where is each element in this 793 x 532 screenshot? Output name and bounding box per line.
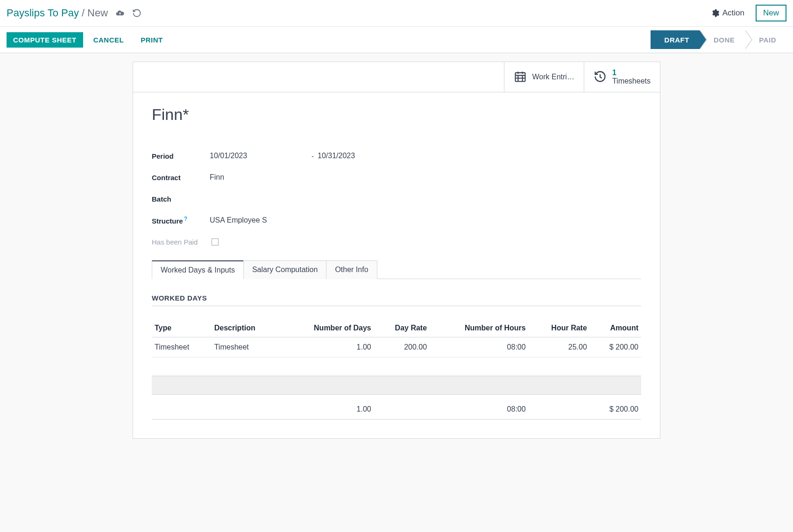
col-day-rate[interactable]: Day Rate — [374, 319, 430, 337]
total-days: 1.00 — [281, 395, 374, 420]
print-button[interactable]: PRINT — [134, 32, 170, 48]
cell-description: Timesheet — [212, 337, 281, 357]
compute-sheet-button[interactable]: COMPUTE SHEET — [7, 32, 83, 48]
col-amount[interactable]: Amount — [590, 319, 641, 337]
worked-days-table: Type Description Number of Days Day Rate… — [152, 319, 641, 420]
cancel-button[interactable]: CANCEL — [87, 32, 131, 48]
action-menu-label: Action — [722, 8, 744, 18]
worked-days-title: WORKED DAYS — [152, 294, 641, 306]
record-title[interactable]: Finn* — [152, 105, 641, 124]
batch-label: Batch — [152, 195, 210, 203]
topbar: Payslips To Pay / New Action New — [0, 0, 793, 27]
work-entries-stat[interactable]: Work Entri… — [504, 62, 584, 92]
cell-hour-rate: 25.00 — [529, 337, 590, 357]
contract-label: Contract — [152, 174, 210, 182]
action-bar: COMPUTE SHEET CANCEL PRINT DRAFT DONE PA… — [0, 27, 793, 53]
cell-type: Timesheet — [152, 337, 212, 357]
form-sheet: Work Entri… 1 Timesheets Finn* Period 10… — [133, 62, 660, 439]
has-paid-label: Has been Paid — [152, 238, 210, 246]
timesheets-count: 1 — [612, 69, 651, 77]
calendar-icon — [514, 70, 527, 84]
period-label: Period — [152, 152, 210, 160]
svg-rect-0 — [515, 72, 525, 81]
tab-worked-days[interactable]: Worked Days & Inputs — [152, 260, 244, 279]
cell-day-rate: 200.00 — [374, 337, 430, 357]
col-description[interactable]: Description — [212, 319, 281, 337]
cell-hours: 08:00 — [430, 337, 529, 357]
col-type[interactable]: Type — [152, 319, 212, 337]
new-button[interactable]: New — [756, 5, 786, 21]
breadcrumb-current: New — [87, 7, 108, 19]
has-paid-checkbox[interactable] — [212, 238, 219, 245]
col-hour-rate[interactable]: Hour Rate — [529, 319, 590, 337]
help-icon[interactable]: ? — [184, 216, 187, 222]
empty-row — [152, 376, 641, 395]
totals-row: 1.00 08:00 $ 200.00 — [152, 395, 641, 420]
col-days[interactable]: Number of Days — [281, 319, 374, 337]
contract-value[interactable]: Finn — [210, 173, 224, 182]
tab-content: WORKED DAYS Type Description Number of D… — [133, 279, 660, 438]
table-row[interactable]: Timesheet Timesheet 1.00 200.00 08:00 25… — [152, 337, 641, 357]
structure-value[interactable]: USA Employee S — [210, 216, 267, 224]
action-menu[interactable]: Action — [706, 7, 749, 20]
total-amount: $ 200.00 — [590, 395, 641, 420]
cell-days: 1.00 — [281, 337, 374, 357]
breadcrumb-root[interactable]: Payslips To Pay — [7, 7, 79, 19]
col-hours[interactable]: Number of Hours — [430, 319, 529, 337]
cell-amount: $ 200.00 — [590, 337, 641, 357]
history-icon — [594, 70, 607, 84]
stat-buttons: Work Entri… 1 Timesheets — [133, 62, 660, 92]
tab-salary-computation[interactable]: Salary Computation — [243, 260, 327, 279]
undo-icon[interactable] — [132, 8, 142, 18]
structure-label: Structure? — [152, 216, 210, 225]
breadcrumb-separator: / — [82, 7, 85, 19]
period-separator: - — [312, 152, 314, 160]
tabs: Worked Days & Inputs Salary Computation … — [152, 260, 641, 279]
period-to[interactable]: 10/31/2023 — [318, 152, 355, 160]
timesheets-label: Timesheets — [612, 77, 651, 85]
gear-icon — [710, 8, 720, 18]
tab-other-info[interactable]: Other Info — [326, 260, 377, 279]
work-entries-label: Work Entri… — [532, 73, 574, 81]
timesheets-stat[interactable]: 1 Timesheets — [584, 62, 660, 92]
status-steps: DRAFT DONE PAID — [651, 30, 786, 49]
period-from[interactable]: 10/01/2023 — [210, 152, 308, 160]
cloud-upload-icon[interactable] — [115, 8, 125, 18]
status-draft[interactable]: DRAFT — [651, 30, 700, 49]
total-hours: 08:00 — [430, 395, 529, 420]
